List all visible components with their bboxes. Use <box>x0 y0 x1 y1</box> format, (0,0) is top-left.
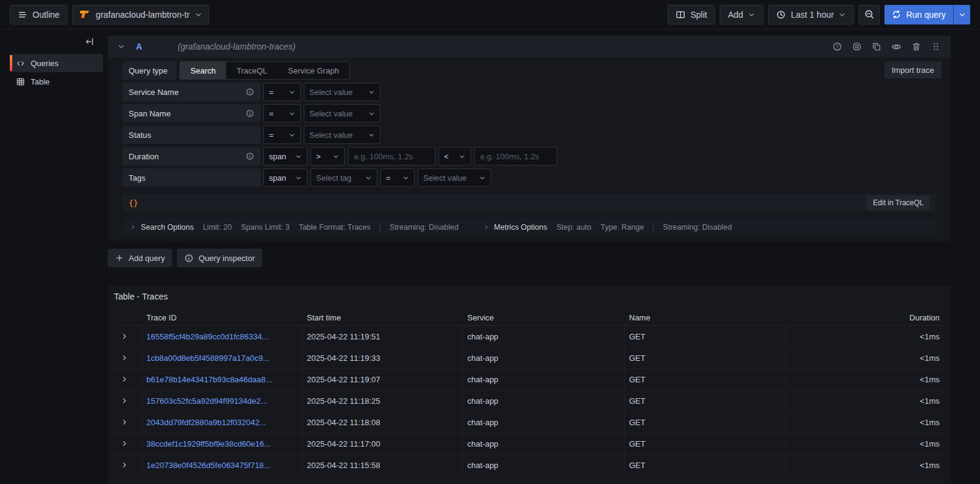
query-inspector-button[interactable]: Query inspector <box>177 249 262 267</box>
import-trace-button[interactable]: Import trace <box>884 61 941 78</box>
run-query-split-button: Run query <box>884 5 970 25</box>
service-cell: chat-app <box>463 326 625 347</box>
drag-handle-icon[interactable] <box>931 42 941 51</box>
split-button[interactable]: Split <box>668 5 715 25</box>
trace-id-link[interactable]: 2043dd79fdf2880a9b12f032042... <box>142 412 303 433</box>
span-name-operator-select[interactable]: = <box>263 104 301 123</box>
chevron-down-icon <box>295 175 302 181</box>
row-expander-icon[interactable] <box>121 418 128 426</box>
query-type-service-graph[interactable]: Service Graph <box>277 62 349 79</box>
trace-id-link[interactable]: 16558f5cf4b29a89cc0d1fc86334... <box>142 326 303 347</box>
row-expander-icon[interactable] <box>121 461 128 469</box>
sync-icon <box>892 10 901 19</box>
table-row: 1cb8a00d8eb5f4588997a17a0c9... 2025-04-2… <box>113 347 946 369</box>
start-time-cell: 2025-04-22 11:17:00 <box>303 433 463 454</box>
run-query-button[interactable]: Run query <box>884 5 953 25</box>
content-outline-sidebar: Queries Table <box>0 29 103 484</box>
trace-id-link[interactable]: 38ccdef1c1929ff5bf9e38cd60e16... <box>142 433 303 454</box>
duration-min-operator-select[interactable]: > <box>311 147 345 165</box>
duration-cell: <1ms <box>786 326 946 347</box>
trace-id-link[interactable]: 1cb8a00d8eb5f4588997a17a0c9... <box>142 347 303 368</box>
collapse-outline-icon[interactable] <box>85 37 94 47</box>
span-name-label: Span Name <box>129 109 171 118</box>
table-row: b61e78b14e43417b93c8a46daa8... 2025-04-2… <box>113 369 946 390</box>
status-operator-select[interactable]: = <box>263 126 301 144</box>
add-query-button[interactable]: Add query <box>108 249 172 267</box>
duplicate-query-icon[interactable] <box>872 42 881 51</box>
sidebar-item-table[interactable]: Table <box>10 72 103 91</box>
column-header-start-time[interactable]: Start time <box>303 313 463 322</box>
tags-operator-select[interactable]: = <box>380 168 415 187</box>
disable-query-icon[interactable] <box>852 42 862 51</box>
info-icon[interactable] <box>246 152 254 161</box>
tags-tag-select[interactable]: Select tag <box>311 168 377 187</box>
column-header-name[interactable]: Name <box>625 313 786 322</box>
row-expander-icon[interactable] <box>121 333 128 340</box>
duration-scope-select[interactable]: span <box>263 147 307 165</box>
sidebar-item-queries[interactable]: Queries <box>10 54 103 72</box>
duration-min-input[interactable] <box>348 147 435 165</box>
tags-value-select[interactable]: Select value <box>418 168 491 187</box>
hide-response-icon[interactable] <box>891 42 902 52</box>
service-cell: chat-app <box>463 390 625 411</box>
tempo-datasource-icon <box>79 9 91 20</box>
row-expander-icon[interactable] <box>121 354 128 361</box>
span-name-value-select[interactable]: Select value <box>304 104 380 123</box>
service-cell: chat-app <box>463 369 625 390</box>
time-range-picker[interactable]: Last 1 hour <box>768 5 854 25</box>
table-row: 2043dd79fdf2880a9b12f032042... 2025-04-2… <box>113 412 946 433</box>
outline-icon <box>18 10 28 20</box>
name-cell: GET <box>625 455 786 475</box>
outline-button[interactable]: Outline <box>10 5 67 25</box>
row-expander-icon[interactable] <box>121 397 128 404</box>
tags-scope-select[interactable]: span <box>263 168 307 187</box>
tags-label: Tags <box>129 173 145 183</box>
service-name-value-select[interactable]: Select value <box>304 83 380 101</box>
search-options-limit: Limit: 20 <box>203 223 232 232</box>
query-type-radio-group: Search TraceQL Service Graph <box>179 61 350 80</box>
row-expander-icon[interactable] <box>121 376 128 383</box>
zoom-out-time-button[interactable] <box>859 5 880 25</box>
row-expander-icon[interactable] <box>121 440 128 447</box>
traceql-preview-strip: {} Edit in TraceQL <box>123 194 936 212</box>
search-options-toggle[interactable]: Search Options <box>130 223 194 232</box>
chevron-down-icon <box>333 153 339 160</box>
query-actions-row: Add query Query inspector <box>108 249 951 267</box>
run-query-label: Run query <box>906 10 946 20</box>
edit-in-traceql-button[interactable]: Edit in TraceQL <box>867 195 930 210</box>
run-query-options-button[interactable] <box>953 5 970 25</box>
column-header-trace-id[interactable]: Trace ID <box>142 313 303 322</box>
info-icon[interactable] <box>246 88 254 96</box>
chevron-down-icon <box>368 110 375 117</box>
column-header-duration[interactable]: Duration <box>786 313 946 322</box>
info-icon[interactable] <box>246 109 254 118</box>
datasource-name: grafanacloud-lambtron-tr <box>96 10 189 20</box>
duration-cell: <1ms <box>786 433 946 454</box>
column-header-service[interactable]: Service <box>463 313 625 322</box>
time-range-label: Last 1 hour <box>791 10 834 20</box>
start-time-cell: 2025-04-22 11:18:08 <box>303 412 463 433</box>
metrics-options-toggle[interactable]: Metrics Options <box>483 223 548 232</box>
query-actions: ? <box>832 42 941 52</box>
search-options-streaming: Streaming: Disabled <box>390 223 459 232</box>
datasource-picker[interactable]: grafanacloud-lambtron-tr <box>72 5 208 25</box>
start-time-cell: 2025-04-22 11:19:33 <box>303 347 463 368</box>
service-name-label: Service Name <box>129 88 179 97</box>
trace-id-link[interactable]: 157603c52fc5a92d94f99134de2... <box>142 390 303 411</box>
remove-query-icon[interactable] <box>911 42 921 51</box>
trace-id-link[interactable]: b61e78b14e43417b93c8a46daa8... <box>142 369 303 390</box>
service-name-operator-select[interactable]: = <box>263 83 301 101</box>
status-value-select[interactable]: Select value <box>304 126 380 144</box>
name-cell: GET <box>625 412 786 433</box>
help-icon[interactable]: ? <box>832 42 842 51</box>
duration-max-input[interactable] <box>474 147 557 165</box>
query-type-search[interactable]: Search <box>180 62 226 79</box>
collapse-query-icon[interactable] <box>118 43 125 50</box>
add-button[interactable]: Add <box>720 5 763 25</box>
duration-max-operator-select[interactable]: < <box>439 147 471 165</box>
query-editor-panel: A (grafanacloud-lambtron-traces) ? <box>108 36 951 241</box>
trace-id-link[interactable]: 1e20738e0f4526d5fe063475f718... <box>142 455 303 475</box>
chevron-down-icon <box>368 89 375 96</box>
duration-label: Duration <box>129 152 159 161</box>
query-type-traceql[interactable]: TraceQL <box>226 62 277 79</box>
